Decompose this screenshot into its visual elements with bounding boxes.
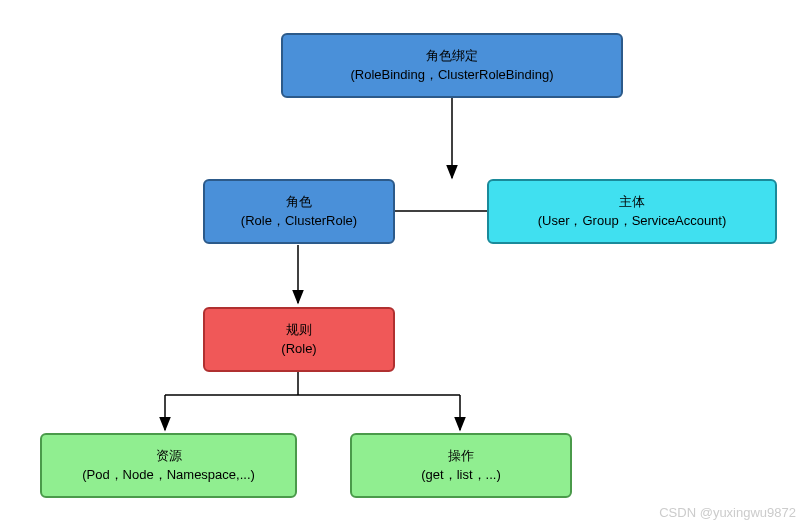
- node-title: 操作: [448, 447, 474, 465]
- node-subtitle: (Role，ClusterRole): [241, 212, 357, 230]
- node-rolebinding: 角色绑定 (RoleBinding，ClusterRoleBinding): [281, 33, 623, 98]
- node-role: 角色 (Role，ClusterRole): [203, 179, 395, 244]
- node-subject: 主体 (User，Group，ServiceAccount): [487, 179, 777, 244]
- node-rule: 规则 (Role): [203, 307, 395, 372]
- watermark: CSDN @yuxingwu9872: [659, 505, 796, 520]
- node-title: 规则: [286, 321, 312, 339]
- node-subtitle: (Role): [281, 340, 316, 358]
- node-title: 角色: [286, 193, 312, 211]
- node-title: 资源: [156, 447, 182, 465]
- node-subtitle: (RoleBinding，ClusterRoleBinding): [350, 66, 553, 84]
- node-operation: 操作 (get，list，...): [350, 433, 572, 498]
- node-subtitle: (User，Group，ServiceAccount): [538, 212, 727, 230]
- node-resource: 资源 (Pod，Node，Namespace,...): [40, 433, 297, 498]
- node-subtitle: (get，list，...): [421, 466, 500, 484]
- node-subtitle: (Pod，Node，Namespace,...): [82, 466, 255, 484]
- node-title: 主体: [619, 193, 645, 211]
- node-title: 角色绑定: [426, 47, 478, 65]
